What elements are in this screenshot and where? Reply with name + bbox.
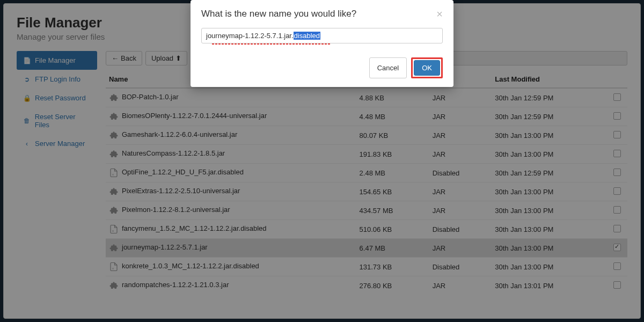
rename-input-selection: disabled — [294, 32, 320, 40]
ok-button[interactable]: OK — [414, 60, 440, 76]
ok-button-highlight: OK — [411, 57, 443, 78]
modal-title: What is the new name you would like? — [201, 9, 356, 19]
rename-input-prefix: journeymap-1.12.2-5.7.1.jar. — [206, 32, 294, 40]
rename-input[interactable]: journeymap-1.12.2-5.7.1.jar.disabled — [201, 28, 443, 43]
cancel-button[interactable]: Cancel — [369, 57, 407, 78]
rename-modal: What is the new name you would like? × j… — [191, 0, 453, 87]
close-icon[interactable]: × — [436, 9, 443, 19]
spellcheck-underline — [212, 43, 330, 45]
